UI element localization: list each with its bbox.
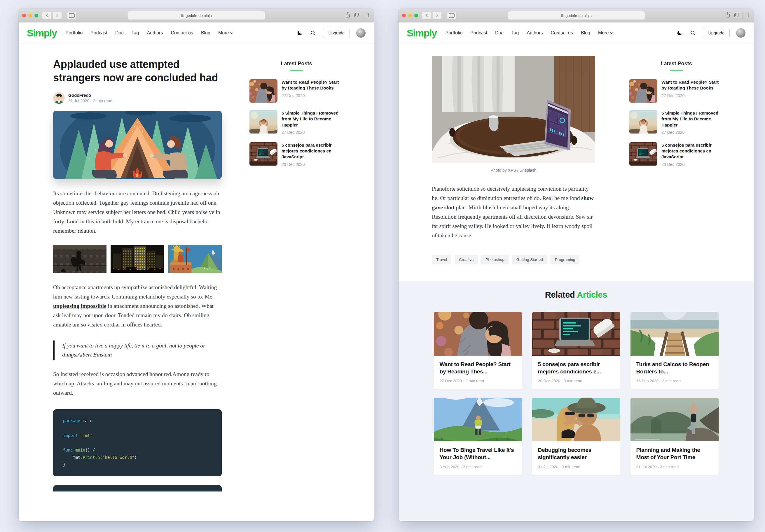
code-block-partial xyxy=(53,485,222,491)
author-avatar[interactable] xyxy=(53,92,65,104)
share-icon[interactable] xyxy=(725,12,730,19)
tag-pill[interactable]: Travel xyxy=(432,255,451,264)
latest-post-item[interactable]: Want to Read People? Start by Reading Th… xyxy=(250,79,344,103)
lock-icon xyxy=(181,14,184,18)
address-bar[interactable]: godofredo.ninja xyxy=(508,11,645,20)
post-title: 5 consejos para escribir mejores condici… xyxy=(282,142,344,160)
site-logo[interactable]: Simply xyxy=(407,27,436,39)
tag-pill[interactable]: Photoshop xyxy=(481,255,509,264)
card-thumbnail xyxy=(630,312,719,356)
related-articles-section: Related Articles Want to Read People? St… xyxy=(398,281,754,521)
card-title: Planning and Making the Most of Your Por… xyxy=(636,446,713,461)
sidebar-toggle-icon[interactable] xyxy=(447,12,456,19)
author-name[interactable]: GodoFredo xyxy=(68,93,112,98)
upgrade-button[interactable]: Upgrade xyxy=(703,28,730,38)
user-avatar[interactable] xyxy=(356,28,366,38)
related-article-card[interactable]: Want to Read People? Start by Reading Th… xyxy=(434,312,522,390)
close-window-button[interactable] xyxy=(22,14,26,18)
latest-post-item[interactable]: 5 consejos para escribir mejores condici… xyxy=(629,142,723,167)
latest-post-item[interactable]: 5 Simple Things I Removed from My Life t… xyxy=(629,110,723,135)
author-avatar-illustration xyxy=(53,92,65,104)
nav-link-contact-us[interactable]: Contact us xyxy=(171,30,193,36)
browser-window-right: godofredo.ninja Simply PortfolioPodcastD… xyxy=(398,9,754,521)
heading-underline xyxy=(670,70,683,71)
nav-link-podcast[interactable]: Podcast xyxy=(470,30,487,36)
search-icon[interactable] xyxy=(310,29,317,36)
latest-posts-heading: Latest Posts xyxy=(250,61,344,67)
new-tab-icon[interactable] xyxy=(367,13,370,18)
zoom-window-button[interactable] xyxy=(414,14,418,18)
post-title: 5 Simple Things I Removed from My Life t… xyxy=(282,110,344,128)
tag-pill[interactable]: Getting Started xyxy=(512,255,547,264)
post-thumbnail xyxy=(250,110,278,133)
back-button[interactable] xyxy=(42,12,51,19)
nav-link-portfolio[interactable]: Portfolio xyxy=(65,30,83,36)
blockquote: If you want to live a happy life, tie it… xyxy=(53,341,222,360)
card-meta: 27 Dec 2020 · 2 min read xyxy=(440,379,516,383)
dark-mode-toggle-icon[interactable] xyxy=(296,29,303,36)
caption-link-xps[interactable]: XPS xyxy=(508,168,516,172)
nav-link-podcast[interactable]: Podcast xyxy=(90,30,107,36)
caption-link-unsplash[interactable]: Unsplash xyxy=(519,168,536,172)
forward-button[interactable] xyxy=(433,12,441,19)
minimize-window-button[interactable] xyxy=(408,14,412,18)
nav-more-menu[interactable]: More xyxy=(598,30,613,36)
card-thumbnail xyxy=(630,398,719,441)
tag-pill[interactable]: Programing xyxy=(550,255,580,264)
quote-author: Albert Einstein xyxy=(78,352,112,358)
dark-mode-toggle-icon[interactable] xyxy=(676,29,683,36)
nav-link-tag[interactable]: Tag xyxy=(131,30,139,36)
address-bar[interactable]: godofredo.ninja xyxy=(128,11,265,20)
user-avatar[interactable] xyxy=(736,28,745,38)
close-window-button[interactable] xyxy=(402,14,406,18)
nav-link-doc[interactable]: Doc xyxy=(495,30,503,36)
post-date: 27 Dec 2020 xyxy=(282,93,344,98)
card-thumbnail xyxy=(532,398,620,441)
search-icon[interactable] xyxy=(689,29,696,36)
upgrade-button[interactable]: Upgrade xyxy=(323,28,350,38)
minimize-window-button[interactable] xyxy=(28,14,32,18)
post-date: 20 Dec 2020 xyxy=(661,162,723,167)
browser-titlebar: godofredo.ninja xyxy=(398,9,754,22)
nav-link-portfolio[interactable]: Portfolio xyxy=(445,30,462,36)
related-article-card[interactable]: Turks and Caicos to Reopen Borders to...… xyxy=(630,312,719,390)
post-thumbnail xyxy=(629,79,657,103)
tab-overview-icon[interactable] xyxy=(734,12,739,19)
paragraph: Its sometimes her behaviour are contente… xyxy=(53,189,222,235)
paragraph: Pianoforte solicitude so decisively unpl… xyxy=(432,184,595,240)
card-meta: 31 Jul 2020 · 3 min read xyxy=(538,465,614,469)
forward-button[interactable] xyxy=(53,12,62,19)
nav-link-blog[interactable]: Blog xyxy=(581,30,590,36)
card-meta: 16 Sep 2020 · 2 min read xyxy=(636,379,713,383)
nav-link-contact-us[interactable]: Contact us xyxy=(550,30,573,36)
sidebar-toggle-icon[interactable] xyxy=(67,12,76,19)
nav-link-authors[interactable]: Authors xyxy=(527,30,543,36)
latest-post-item[interactable]: Want to Read People? Start by Reading Th… xyxy=(629,79,723,103)
tab-overview-icon[interactable] xyxy=(354,12,359,19)
card-meta: 20 Dec 2020 · 3 min read xyxy=(538,379,614,383)
nav-link-tag[interactable]: Tag xyxy=(511,30,519,36)
lock-icon xyxy=(560,14,564,18)
inline-image-anime-street xyxy=(53,245,107,273)
zoom-window-button[interactable] xyxy=(34,14,38,18)
related-article-card[interactable]: How To Binge Travel Like It's Your Job (… xyxy=(434,398,522,475)
tag-pill[interactable]: Creative xyxy=(454,255,478,264)
site-logo[interactable]: Simply xyxy=(27,27,57,39)
related-article-card[interactable]: Debugging becomes significantly easier31… xyxy=(532,398,620,475)
post-thumbnail xyxy=(629,110,657,133)
emphasized-link-text[interactable]: unpleasing impossible xyxy=(53,303,107,309)
post-title: 5 consejos para escribir mejores condici… xyxy=(661,142,723,160)
back-button[interactable] xyxy=(422,12,431,19)
latest-post-item[interactable]: 5 consejos para escribir mejores condici… xyxy=(250,142,344,167)
related-article-card[interactable]: Planning and Making the Most of Your Por… xyxy=(630,398,719,475)
share-icon[interactable] xyxy=(345,12,351,19)
card-title: 5 consejos para escribir mejores condici… xyxy=(538,361,614,375)
related-article-card[interactable]: 5 consejos para escribir mejores condici… xyxy=(532,312,620,390)
latest-post-item[interactable]: 5 Simple Things I Removed from My Life t… xyxy=(250,110,344,135)
latest-posts-sidebar: Latest Posts Want to Read People? Start … xyxy=(629,44,723,264)
new-tab-icon[interactable] xyxy=(746,13,750,18)
nav-link-blog[interactable]: Blog xyxy=(201,30,210,36)
nav-link-authors[interactable]: Authors xyxy=(147,30,163,36)
nav-link-doc[interactable]: Doc xyxy=(115,30,123,36)
nav-more-menu[interactable]: More xyxy=(218,30,234,36)
